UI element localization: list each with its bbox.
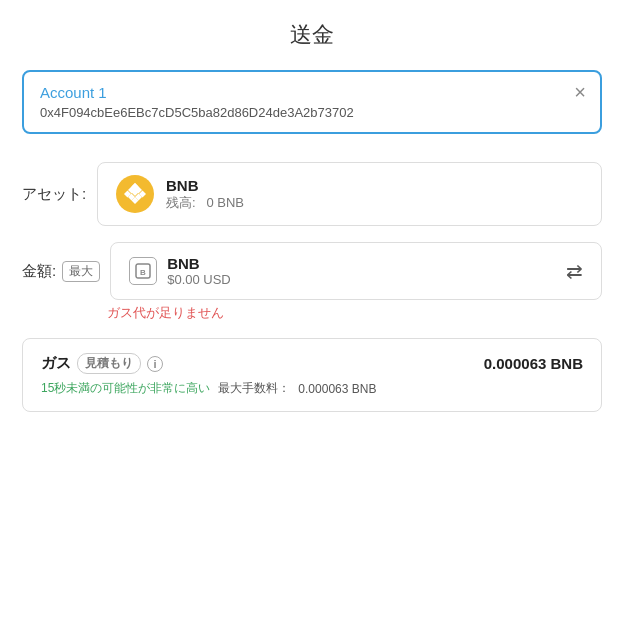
bnb-logo-icon	[116, 175, 154, 213]
account-name: Account 1	[40, 84, 584, 101]
amount-info: BNB $0.00 USD	[167, 255, 550, 287]
amount-card[interactable]: B BNB $0.00 USD ⇄	[110, 242, 602, 300]
asset-token-name: BNB	[166, 177, 244, 194]
asset-balance: 残高: 0 BNB	[166, 194, 244, 212]
gas-title: ガス 見積もり i	[41, 353, 163, 374]
close-button[interactable]: ×	[574, 82, 586, 102]
amount-token-name: BNB	[167, 255, 550, 272]
page-title: 送金	[22, 20, 602, 50]
gas-max-label: 最大手数料：	[218, 380, 290, 397]
asset-card[interactable]: BNB 残高: 0 BNB	[97, 162, 602, 226]
error-row: ガス代が足りません	[22, 304, 602, 322]
asset-row: アセット: BNB 残高:	[22, 162, 602, 226]
max-badge[interactable]: 最大	[62, 261, 100, 282]
gas-footer: 15秒未満の可能性が非常に高い 最大手数料： 0.000063 BNB	[41, 380, 583, 397]
amount-label: 金額: 最大	[22, 261, 100, 282]
account-address: 0x4F094cbEe6EBc7cD5C5ba82d86D24de3A2b737…	[40, 105, 584, 120]
gas-header: ガス 見積もり i 0.000063 BNB	[41, 353, 583, 374]
account-box: Account 1 0x4F094cbEe6EBc7cD5C5ba82d86D2…	[22, 70, 602, 134]
amount-section: 金額: 最大 B BNB $0.00 USD ⇄	[22, 242, 602, 300]
svg-text:B: B	[140, 268, 146, 277]
gas-speed-text: 15秒未満の可能性が非常に高い	[41, 380, 210, 397]
gas-value: 0.000063 BNB	[484, 355, 583, 372]
asset-label: アセット:	[22, 185, 97, 204]
main-container: 送金 Account 1 0x4F094cbEe6EBc7cD5C5ba82d8…	[22, 20, 602, 412]
gas-max-value: 0.000063 BNB	[298, 382, 376, 396]
gas-info-icon[interactable]: i	[147, 356, 163, 372]
amount-row: 金額: 最大 B BNB $0.00 USD ⇄	[22, 242, 602, 300]
error-text: ガス代が足りません	[107, 304, 224, 322]
asset-info: BNB 残高: 0 BNB	[166, 177, 244, 212]
amount-usd: $0.00 USD	[167, 272, 550, 287]
gas-box: ガス 見積もり i 0.000063 BNB 15秒未満の可能性が非常に高い 最…	[22, 338, 602, 412]
amount-token-icon: B	[129, 257, 157, 285]
gas-estimate-badge: 見積もり	[77, 353, 141, 374]
swap-icon[interactable]: ⇄	[566, 259, 583, 283]
